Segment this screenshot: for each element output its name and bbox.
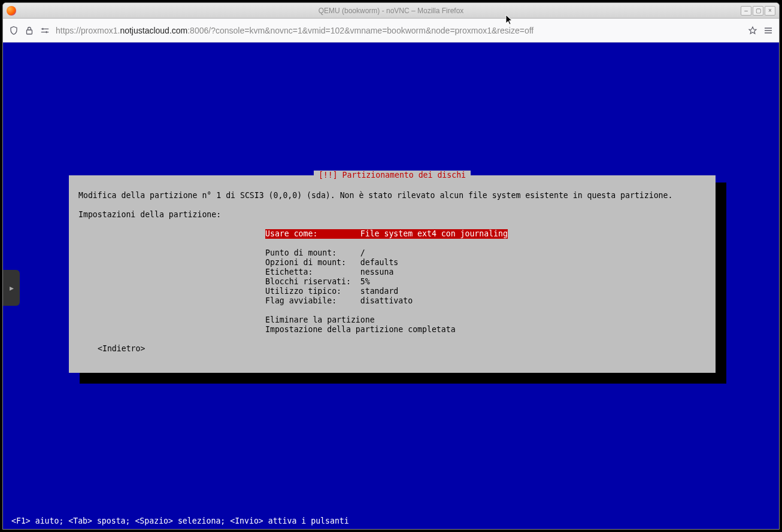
row-use-as-selected: Usare come: File system ext4 con journal… — [265, 229, 508, 239]
row-use-as[interactable]: Usare come: File system ext4 con journal… — [265, 229, 706, 239]
close-button[interactable]: × — [765, 6, 775, 16]
row-mount-point[interactable]: Punto di mount: / — [265, 248, 706, 258]
settings-header: Impostazioni della partizione: — [78, 210, 706, 220]
titlebar-left — [7, 6, 16, 16]
svg-point-1 — [42, 28, 43, 29]
url-protocol: https:// — [56, 26, 81, 35]
maximize-button[interactable]: ▢ — [753, 6, 763, 16]
url-host-main: notjustacloud.com — [120, 26, 187, 35]
hamburger-menu-icon[interactable] — [763, 26, 773, 35]
row-done-setting[interactable]: Impostazione della partizione completata — [265, 325, 706, 335]
window-title: QEMU (bookworm) - noVNC – Mozilla Firefo… — [3, 7, 779, 15]
url-field[interactable]: https://proxmox1.notjustacloud.com:8006/… — [56, 26, 742, 35]
novnc-sidebar-toggle[interactable]: ▸ — [3, 270, 20, 306]
dialog-description: Modifica della partizione n° 1 di SCSI3 … — [78, 191, 706, 200]
row-reserved-blocks[interactable]: Blocchi riservati: 5% — [265, 277, 706, 287]
window-controls: – ▢ × — [741, 6, 775, 16]
back-button[interactable]: <Indietro> — [98, 344, 706, 354]
permissions-icon[interactable] — [40, 26, 50, 35]
partition-dialog: [!!] Partizionamento dei dischi Modifica… — [69, 175, 716, 373]
vnc-console[interactable]: ▸ [!!] Partizionamento dei dischi Modifi… — [3, 42, 779, 529]
browser-window: QEMU (bookworm) - noVNC – Mozilla Firefo… — [2, 2, 780, 530]
help-line: <F1> aiuto; <Tab> sposta; <Spazio> selez… — [11, 516, 349, 525]
row-label[interactable]: Etichetta: nessuna — [265, 267, 706, 277]
row-delete-partition[interactable]: Eliminare la partizione — [265, 315, 706, 325]
bookmark-star-icon[interactable] — [748, 26, 757, 35]
firefox-icon — [7, 6, 16, 16]
chevron-right-icon: ▸ — [10, 283, 14, 293]
address-bar: https://proxmox1.notjustacloud.com:8006/… — [3, 19, 779, 42]
row-mount-options[interactable]: Opzioni di mount: defaults — [265, 258, 706, 267]
window-titlebar: QEMU (bookworm) - noVNC – Mozilla Firefo… — [3, 3, 779, 19]
dialog-body: Modifica della partizione n° 1 di SCSI3 … — [78, 191, 706, 354]
dialog-title-row: [!!] Partizionamento dei dischi — [69, 171, 716, 180]
row-bootable-flag[interactable]: Flag avviabile: disattivato — [265, 296, 706, 306]
minimize-button[interactable]: – — [741, 6, 751, 16]
url-host-pre: proxmox1. — [81, 26, 120, 35]
dialog-title: [!!] Partizionamento dei dischi — [314, 171, 471, 180]
svg-point-3 — [46, 31, 47, 32]
shield-icon[interactable] — [9, 26, 19, 35]
settings-list: Usare come: File system ext4 con journal… — [265, 229, 706, 335]
url-rest: :8006/?console=kvm&novnc=1&vmid=102&vmna… — [187, 26, 534, 35]
row-typical-usage[interactable]: Utilizzo tipico: standard — [265, 287, 706, 296]
svg-rect-0 — [27, 30, 32, 34]
lock-icon[interactable] — [25, 26, 34, 35]
